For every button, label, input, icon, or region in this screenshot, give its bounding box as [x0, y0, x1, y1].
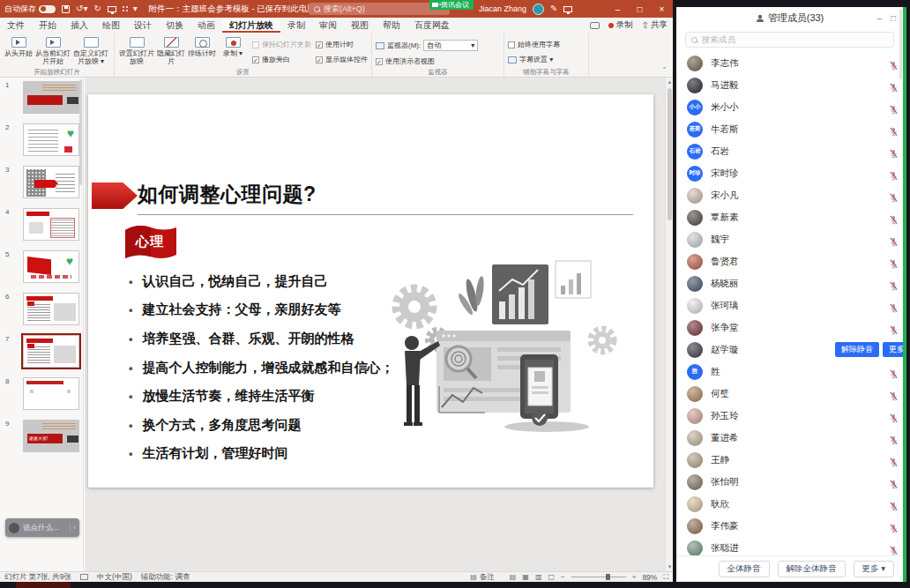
window-mode-icon[interactable] — [563, 6, 572, 12]
muted-mic-icon[interactable] — [889, 168, 899, 184]
use-timings-checkbox[interactable]: 使用计时 — [316, 40, 368, 49]
zoom-in-icon[interactable]: + — [632, 573, 637, 581]
record-button[interactable]: 录制 — [608, 19, 633, 31]
hide-slide-button[interactable]: 隐藏幻灯片 — [156, 34, 186, 67]
setup-slideshow-button[interactable]: 设置幻灯片放映 — [118, 34, 155, 67]
member-row[interactable]: 鲁贤君 — [676, 250, 903, 272]
save-icon[interactable] — [62, 5, 70, 13]
slide-thumbnail[interactable] — [23, 293, 79, 325]
muted-mic-icon[interactable] — [889, 389, 899, 405]
muted-mic-icon[interactable] — [889, 190, 899, 206]
muted-mic-icon[interactable] — [889, 367, 899, 383]
muted-mic-icon[interactable] — [889, 102, 899, 118]
muted-mic-icon[interactable] — [889, 124, 899, 140]
muted-mic-icon[interactable] — [889, 477, 899, 493]
muted-mic-icon[interactable] — [889, 543, 899, 555]
keep-slides-updated-checkbox[interactable]: 保持幻灯片更新 — [252, 40, 311, 49]
member-row[interactable]: 李伟豪 — [676, 515, 903, 537]
rehearse-timings-button[interactable]: 排练计时 — [187, 34, 217, 67]
member-row[interactable]: 王静 — [676, 449, 903, 471]
muted-mic-icon[interactable] — [889, 455, 899, 471]
slide-thumbnail[interactable] — [23, 208, 79, 241]
member-row[interactable]: 耿欣 — [676, 493, 903, 515]
collapse-ribbon-icon[interactable]: ⌃ — [661, 66, 668, 74]
meeting-overlay-badge[interactable]: 腾讯会议 — [429, 0, 474, 10]
member-row[interactable]: 赵学璇解除静音更多 ▾ — [676, 339, 903, 361]
grid-icon[interactable] — [123, 6, 124, 8]
mute-all-button[interactable]: 全体静音 — [719, 561, 770, 577]
muted-mic-icon[interactable] — [889, 80, 899, 96]
zoom-knob[interactable] — [606, 574, 610, 580]
tab-绘图[interactable]: 绘图 — [95, 18, 127, 33]
maximize-button[interactable]: □ — [629, 0, 651, 18]
presenter-view-checkbox[interactable]: 使用演示者视图 — [376, 56, 435, 66]
member-row[interactable]: 董进希 — [676, 427, 903, 449]
collapse-bubble-icon[interactable]: ‹ — [70, 524, 76, 532]
tab-幻灯片放映[interactable]: 幻灯片放映 — [222, 18, 280, 33]
user-avatar[interactable] — [533, 4, 544, 15]
tab-开始[interactable]: 开始 — [32, 18, 63, 33]
caption-settings-button[interactable]: 字幕设置 ▾ — [508, 50, 553, 64]
tab-百度网盘[interactable]: 百度网盘 — [407, 18, 457, 33]
footer-more-button[interactable]: 更多 ▾ — [854, 561, 894, 577]
slideshow-view-icon[interactable]: ▢ — [548, 573, 555, 581]
current-slide[interactable]: 如何调整心理问题? 心理 认识自己，悦纳自己，提升自己建立社会支持：父母，亲朋好… — [88, 94, 653, 488]
tab-帮助[interactable]: 帮助 — [376, 18, 407, 33]
member-row[interactable]: 杨晓丽 — [676, 272, 903, 294]
scroll-up-icon[interactable]: ▲ — [666, 78, 674, 86]
meeting-chat-bubble[interactable]: 说点什么... ‹ — [5, 518, 79, 537]
member-row[interactable]: 石岩石岩 — [676, 140, 903, 162]
close-button[interactable]: × — [651, 0, 673, 18]
member-more-button[interactable]: 更多 ▾ — [883, 342, 903, 357]
member-row[interactable]: 时珍宋时珍 — [676, 162, 903, 184]
custom-slideshow-button[interactable]: 自定义幻灯片放映 ▾ — [72, 34, 109, 67]
muted-mic-icon[interactable] — [889, 146, 899, 162]
unmute-all-button[interactable]: 解除全体静音 — [778, 561, 846, 577]
panel-maximize-button[interactable]: □ — [891, 13, 896, 23]
fit-to-window-icon[interactable]: ⛶ — [663, 573, 668, 582]
member-row[interactable]: 覃新素 — [676, 206, 903, 228]
tab-审阅[interactable]: 审阅 — [312, 18, 344, 33]
accessibility-indicator[interactable]: 辅助功能: 调查 — [141, 572, 190, 583]
member-row[interactable]: 宋小凡 — [676, 184, 903, 206]
muted-mic-icon[interactable] — [889, 323, 899, 339]
from-beginning-button[interactable]: 从头开始 — [4, 34, 34, 67]
reading-view-icon[interactable]: ▥ — [535, 573, 542, 581]
slide-thumbnail[interactable]: 谢谢大家! — [23, 420, 79, 452]
member-row[interactable]: 李志伟 — [676, 52, 903, 74]
pen-icon[interactable]: ✎ — [550, 4, 557, 13]
member-row[interactable]: 张珂璃 — [676, 294, 903, 316]
member-row[interactable]: 魏宇 — [676, 228, 903, 250]
muted-mic-icon[interactable] — [889, 257, 899, 272]
slide-thumbnail[interactable] — [23, 335, 79, 368]
minimize-button[interactable]: – — [607, 0, 629, 18]
muted-mic-icon[interactable] — [889, 234, 899, 250]
slide-thumbnail[interactable] — [23, 166, 79, 198]
muted-mic-icon[interactable] — [889, 301, 899, 316]
monitor-dropdown[interactable]: 自动▾ — [423, 40, 478, 51]
muted-mic-icon[interactable] — [889, 212, 899, 228]
member-row[interactable]: 张聪进 — [676, 537, 903, 555]
zoom-slider[interactable] — [571, 577, 626, 577]
muted-mic-icon[interactable] — [889, 521, 899, 537]
member-row[interactable]: 马进毅 — [676, 74, 903, 96]
muted-mic-icon[interactable] — [889, 411, 899, 427]
tab-设计[interactable]: 设计 — [127, 18, 159, 33]
panel-minimize-button[interactable]: – — [876, 13, 882, 23]
undo-icon[interactable]: ↺▾ — [76, 4, 87, 13]
member-row[interactable]: 小小米小小 — [676, 96, 903, 118]
slide-sorter-icon[interactable]: ▦ — [522, 573, 529, 581]
redo-icon[interactable]: ↻ — [93, 4, 101, 13]
member-row[interactable]: 若斯牛若斯 — [676, 118, 903, 140]
comments-icon[interactable] — [590, 22, 600, 29]
zoom-out-icon[interactable]: − — [561, 573, 565, 581]
muted-mic-icon[interactable] — [889, 499, 899, 515]
autosave-toggle[interactable]: 自动保存 — [4, 4, 56, 15]
tab-录制[interactable]: 录制 — [280, 18, 312, 33]
record-slideshow-button[interactable]: 录制 ▾ — [218, 34, 248, 67]
user-name[interactable]: Jiacan Zhang — [479, 4, 526, 13]
share-button[interactable]: ⇧共享 — [642, 19, 668, 31]
tab-动画[interactable]: 动画 — [190, 18, 222, 33]
language-indicator[interactable]: 中文(中国) — [97, 572, 132, 583]
member-list-scrollbar[interactable] — [899, 9, 902, 79]
